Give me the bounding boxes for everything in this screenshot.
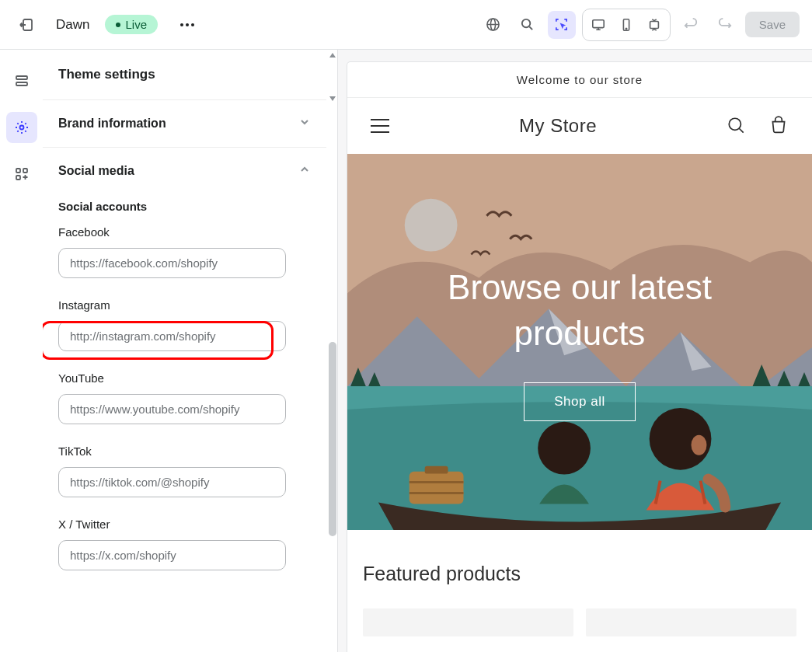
instagram-field: Instagram (43, 298, 326, 371)
sections-icon (14, 73, 30, 89)
inspector-button[interactable] (548, 11, 576, 39)
sections-rail-button[interactable] (6, 65, 37, 96)
viewport-group (582, 9, 671, 41)
tiktok-label: TikTok (58, 445, 311, 458)
chevron-up-icon (298, 163, 311, 179)
svg-point-6 (626, 28, 626, 29)
svg-point-10 (19, 126, 23, 130)
search-button[interactable] (514, 11, 542, 39)
redo-icon (718, 18, 732, 32)
twitter-field: X / Twitter (43, 518, 326, 591)
fullscreen-view-button[interactable] (642, 12, 667, 37)
undo-icon (684, 18, 698, 32)
youtube-field: YouTube (43, 371, 326, 445)
svg-rect-12 (23, 169, 27, 173)
sidebar-title: Theme settings (43, 50, 326, 100)
desktop-view-button[interactable] (586, 12, 611, 37)
apps-icon (14, 166, 30, 182)
mobile-view-button[interactable] (614, 12, 639, 37)
store-name: My Store (519, 115, 597, 137)
twitter-label: X / Twitter (58, 518, 311, 531)
tiktok-field: TikTok (43, 445, 326, 518)
theme-name: Dawn (56, 17, 89, 33)
store-search-icon[interactable] (727, 116, 747, 136)
product-card[interactable] (363, 608, 573, 636)
youtube-label: YouTube (58, 371, 311, 385)
more-button[interactable] (173, 11, 201, 39)
store-header: My Store (347, 98, 812, 154)
cart-icon[interactable] (768, 116, 789, 136)
instagram-label: Instagram (58, 298, 311, 312)
icon-rail (0, 50, 43, 652)
globe-button[interactable] (479, 11, 507, 39)
search-icon (520, 17, 535, 32)
hero-section: Browse our latest products Shop all (347, 154, 812, 532)
gear-icon (14, 120, 30, 135)
social-media-section[interactable]: Social media (43, 148, 326, 195)
mobile-icon (619, 18, 633, 32)
facebook-input[interactable] (58, 248, 286, 278)
chevron-down-icon (298, 116, 311, 131)
brand-label: Brand information (58, 117, 166, 131)
brand-information-section[interactable]: Brand information (43, 100, 326, 148)
globe-icon (486, 17, 500, 32)
facebook-label: Facebook (58, 225, 311, 239)
announcement-bar: Welcome to our store (347, 62, 812, 98)
svg-rect-13 (16, 176, 20, 180)
svg-rect-8 (16, 76, 27, 79)
exit-button[interactable] (12, 11, 40, 39)
instagram-input[interactable] (58, 321, 286, 351)
social-label: Social media (58, 164, 134, 178)
sidebar-scrollbar[interactable] (328, 50, 337, 652)
svg-point-14 (729, 118, 741, 130)
featured-title: Featured products (363, 563, 796, 585)
twitter-input[interactable] (58, 540, 286, 570)
preview-pane: Welcome to our store My Store (338, 50, 812, 652)
shop-all-button[interactable]: Shop all (524, 382, 635, 421)
fullscreen-icon (647, 18, 661, 32)
scroll-arrow-down-icon (329, 96, 336, 101)
inspector-icon (554, 17, 569, 32)
settings-sidebar: Theme settings Brand information Social … (43, 50, 338, 652)
svg-rect-4 (593, 19, 604, 27)
menu-button[interactable] (371, 119, 389, 133)
social-accounts-subtitle: Social accounts (43, 195, 326, 225)
hero-title: Browse our latest products (378, 264, 781, 357)
product-card[interactable] (586, 608, 796, 636)
svg-rect-7 (650, 21, 658, 28)
desktop-icon (591, 18, 605, 32)
settings-rail-button[interactable] (6, 112, 37, 143)
scroll-thumb[interactable] (329, 342, 336, 536)
youtube-input[interactable] (58, 394, 286, 424)
save-button[interactable]: Save (745, 12, 800, 37)
scroll-arrow-up-icon (329, 53, 336, 58)
undo-button[interactable] (677, 11, 705, 39)
svg-point-3 (522, 19, 530, 27)
live-badge: Live (105, 15, 158, 34)
svg-rect-9 (16, 82, 27, 85)
exit-icon (19, 17, 34, 33)
svg-rect-11 (16, 169, 20, 173)
tiktok-input[interactable] (58, 467, 286, 497)
redo-button[interactable] (711, 11, 739, 39)
featured-section: Featured products (347, 532, 812, 644)
facebook-field: Facebook (43, 225, 326, 298)
preview-frame: Welcome to our store My Store (347, 62, 812, 652)
apps-rail-button[interactable] (6, 159, 37, 190)
dots-icon (180, 23, 194, 26)
topbar: Dawn Live (0, 0, 812, 50)
